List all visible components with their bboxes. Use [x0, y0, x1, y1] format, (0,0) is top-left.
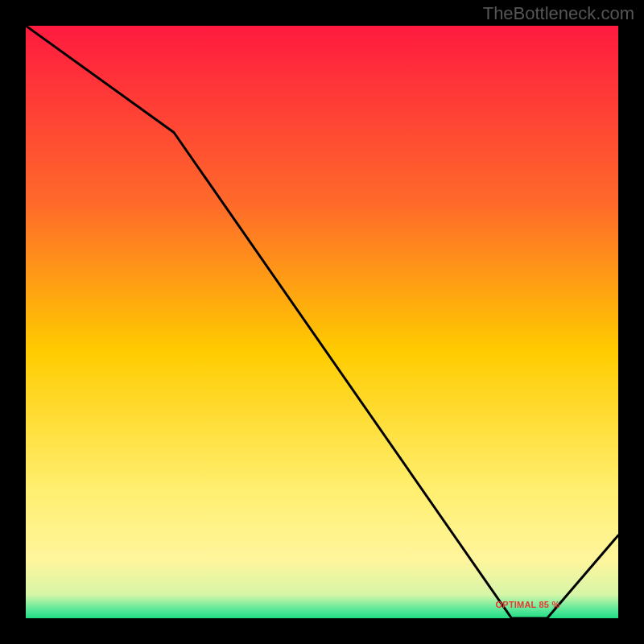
chart-container: TheBottleneck.com OPTIMAL 85 %: [0, 0, 644, 644]
bottleneck-curve: [26, 26, 618, 618]
attribution-text: TheBottleneck.com: [483, 3, 634, 24]
plot-area: OPTIMAL 85 %: [26, 26, 618, 618]
optimal-label: OPTIMAL 85 %: [496, 600, 560, 609]
